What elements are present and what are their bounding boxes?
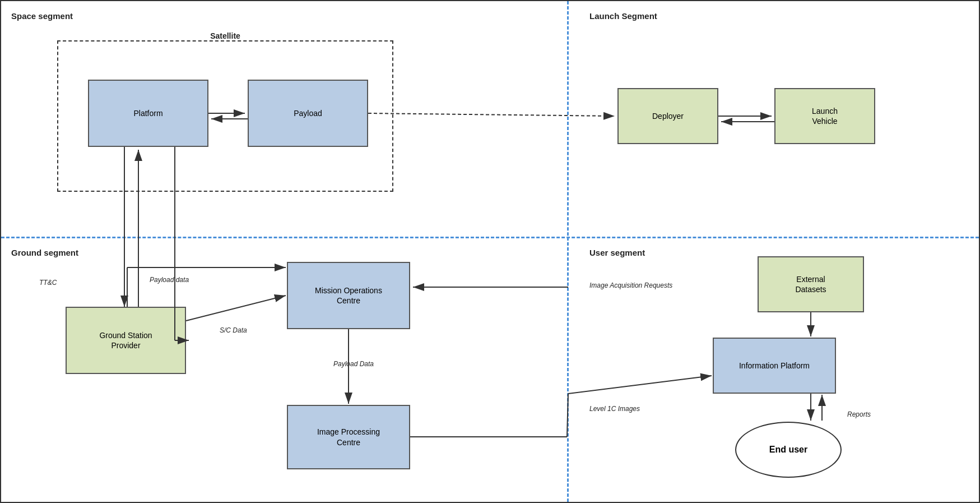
- information-platform-box: Information Platform: [713, 338, 836, 394]
- end-user-ellipse: End user: [735, 422, 842, 478]
- platform-box: Platform: [88, 80, 208, 147]
- svg-line-13: [186, 296, 286, 321]
- image-acquisition-label: Image Acquisition Requests: [589, 282, 672, 289]
- ttc-label: TT&C: [39, 279, 57, 287]
- space-segment-label: Space segment: [11, 11, 73, 21]
- image-processing-box: Image Processing Centre: [287, 405, 410, 469]
- svg-line-18: [568, 376, 712, 394]
- level1c-label: Level 1C Images: [589, 405, 640, 413]
- svg-line-4: [368, 113, 615, 116]
- deployer-box: Deployer: [617, 88, 718, 144]
- sc-data-label: S/C Data: [220, 326, 247, 334]
- user-segment-label: User segment: [589, 248, 645, 257]
- payload-data-label: Payload data: [150, 276, 189, 284]
- mission-ops-box: Mission Operations Centre: [287, 262, 410, 329]
- ground-segment-label: Ground segment: [11, 248, 78, 257]
- payload-data2-label: Payload Data: [333, 360, 374, 368]
- launch-vehicle-box: Launch Vehicle: [774, 88, 875, 144]
- payload-box: Payload: [248, 80, 368, 147]
- satellite-label: Satellite: [210, 31, 240, 40]
- ground-station-box: Ground Station Provider: [66, 307, 186, 374]
- external-datasets-box: External Datasets: [758, 256, 864, 312]
- horizontal-divider: [1, 237, 979, 238]
- diagram-container: Space segment Launch Segment Ground segm…: [0, 0, 980, 503]
- launch-segment-label: Launch Segment: [589, 11, 657, 21]
- vertical-divider: [567, 1, 569, 502]
- reports-label: Reports: [847, 410, 871, 418]
